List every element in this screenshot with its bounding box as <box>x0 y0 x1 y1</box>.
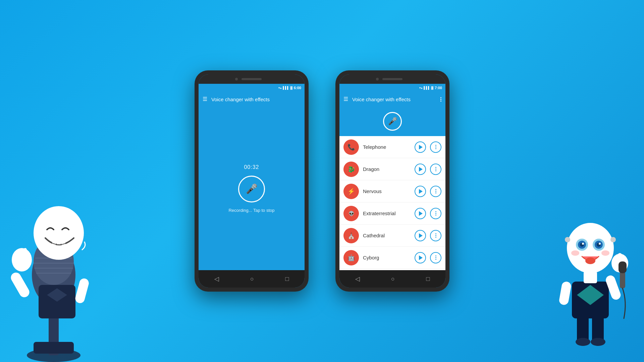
svg-point-33 <box>571 250 579 256</box>
phone-2-earpiece <box>382 78 402 80</box>
svg-rect-40 <box>558 281 572 306</box>
play-icon <box>419 189 423 194</box>
effect-dragon-icon: 🐉 <box>343 162 359 177</box>
list-item: ⛪ Cathedral <box>339 225 445 247</box>
effect-extraterrestrial-more[interactable] <box>430 208 441 219</box>
more-icon <box>435 211 436 216</box>
effect-nervous-play[interactable] <box>415 186 426 197</box>
recording-timer: 00:32 <box>244 164 259 170</box>
svg-rect-41 <box>577 315 589 342</box>
svg-point-23 <box>567 223 614 273</box>
effect-telephone-more[interactable] <box>430 141 441 153</box>
phone-2-top-hardware <box>339 74 445 84</box>
effect-extraterrestrial-label: Extraterrestrial <box>363 210 411 216</box>
wifi-icon: ▾▴ <box>278 86 282 89</box>
mic-header-area: 🎤 <box>339 107 445 136</box>
phone-1-screen: ▾▴ ▌▌▌ ▓ 6:00 ☰ Voice changer with effec… <box>199 74 305 288</box>
recents-button-2[interactable]: □ <box>426 276 430 283</box>
effect-dragon-label: Dragon <box>363 166 411 172</box>
list-item: 🐉 Dragon <box>339 158 445 180</box>
phone-top-hardware <box>199 74 305 84</box>
effects-list: 📞 Telephone 🐉 Dragon <box>339 136 445 270</box>
home-button[interactable]: ○ <box>250 276 254 283</box>
mic-circle-icon: 🎤 <box>388 117 397 126</box>
signal-icon: ▌▌▌ <box>283 86 289 89</box>
svg-point-46 <box>610 237 616 242</box>
play-icon <box>419 255 423 260</box>
svg-point-32 <box>585 257 595 264</box>
svg-point-31 <box>599 243 601 245</box>
phone-1-navbar: ◁ ○ □ <box>199 270 305 288</box>
app-header-2: ☰ Voice changer with effects <box>339 92 445 107</box>
phone-1: ▾▴ ▌▌▌ ▓ 6:00 ☰ Voice changer with effec… <box>195 70 309 292</box>
more-icon <box>435 167 436 171</box>
phone-2: ▾▴ ▌▌▌ ▓ 7:00 ☰ Voice changer with effec… <box>335 70 449 292</box>
effect-telephone-play[interactable] <box>415 141 426 153</box>
svg-point-44 <box>591 338 605 346</box>
mascot-left <box>7 168 107 362</box>
status-icons: ▾▴ ▌▌▌ ▓ <box>278 86 292 89</box>
effect-cathedral-icon: ⛪ <box>343 228 359 243</box>
phones-container: ▾▴ ▌▌▌ ▓ 6:00 ☰ Voice changer with effec… <box>0 0 644 362</box>
list-item: 👽 Extraterrestrial <box>339 202 445 225</box>
effect-nervous-label: Nervous <box>363 188 411 194</box>
effect-cyborg-more[interactable] <box>430 252 441 263</box>
svg-point-9 <box>34 206 84 260</box>
svg-rect-22 <box>584 272 597 283</box>
recording-status-label: Recording... Tap to stop <box>228 208 274 213</box>
play-icon <box>419 233 423 238</box>
effects-screen: 🎤 📞 Telephone <box>339 107 445 270</box>
effect-extraterrestrial-icon: 👽 <box>343 206 359 221</box>
overflow-menu-icon[interactable] <box>440 97 441 102</box>
app-header-1: ☰ Voice changer with effects <box>199 92 305 107</box>
svg-rect-39 <box>619 261 627 273</box>
effect-nervous-more[interactable] <box>430 186 441 197</box>
list-item: ⚡ Nervous <box>339 180 445 202</box>
hamburger-menu-icon[interactable]: ☰ <box>203 97 207 102</box>
back-button-2[interactable]: ◁ <box>355 275 360 283</box>
phone-2-navbar: ◁ ○ □ <box>339 270 445 288</box>
mascot-right <box>543 174 637 362</box>
phone-2-front-camera <box>376 78 379 80</box>
svg-rect-42 <box>592 315 604 342</box>
status-icons-2: ▾▴ ▌▌▌ ▓ <box>419 86 433 89</box>
effect-cyborg-play[interactable] <box>415 252 426 263</box>
more-icon <box>435 233 436 238</box>
effect-nervous-icon: ⚡ <box>343 184 359 199</box>
status-bar: ▾▴ ▌▌▌ ▓ 6:00 <box>199 84 305 92</box>
svg-point-34 <box>601 250 609 256</box>
mic-icon: 🎤 <box>246 183 258 194</box>
effect-extraterrestrial-play[interactable] <box>415 208 426 219</box>
effect-dragon-play[interactable] <box>415 164 426 175</box>
app-title-1: Voice changer with effects <box>211 97 301 102</box>
hamburger-menu-icon-2[interactable]: ☰ <box>343 97 348 102</box>
effect-cyborg-icon: 🤖 <box>343 250 359 265</box>
play-icon <box>419 145 423 149</box>
more-icon <box>435 255 436 260</box>
home-button-2[interactable]: ○ <box>391 276 395 283</box>
signal-icon-2: ▌▌▌ <box>424 86 430 89</box>
effect-cathedral-label: Cathedral <box>363 233 411 238</box>
effect-cathedral-more[interactable] <box>430 230 441 241</box>
more-icon <box>435 189 436 193</box>
mic-record-button[interactable]: 🎤 <box>238 176 265 202</box>
status-time-2: 7:00 <box>435 86 442 90</box>
svg-rect-11 <box>57 240 61 245</box>
list-item: 🤖 Cyborg <box>339 247 445 269</box>
list-item: 📞 Telephone <box>339 136 445 158</box>
wifi-icon-2: ▾▴ <box>419 86 423 89</box>
effect-cathedral-play[interactable] <box>415 230 426 241</box>
battery-icon-2: ▓ <box>431 86 433 89</box>
effect-telephone-icon: 📞 <box>343 139 359 155</box>
recents-button[interactable]: □ <box>285 276 289 283</box>
status-bar-2: ▾▴ ▌▌▌ ▓ 7:00 <box>339 84 445 92</box>
svg-point-45 <box>565 237 570 242</box>
recording-screen: 00:32 🎤 Recording... Tap to stop <box>199 107 305 270</box>
app-title-2: Voice changer with effects <box>352 97 436 102</box>
effect-dragon-more[interactable] <box>430 164 441 175</box>
mic-circle-button[interactable]: 🎤 <box>383 112 402 131</box>
back-button[interactable]: ◁ <box>214 275 219 283</box>
effect-telephone-label: Telephone <box>363 144 411 150</box>
svg-rect-38 <box>620 272 625 288</box>
svg-rect-2 <box>34 342 74 354</box>
